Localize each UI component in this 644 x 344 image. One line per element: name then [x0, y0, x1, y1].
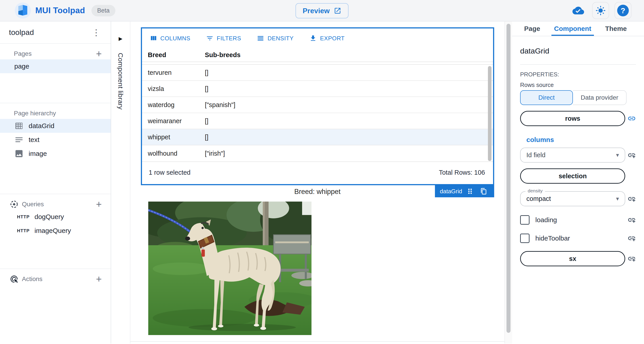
add-binding-link-icon[interactable]: [628, 254, 636, 263]
total-rows-count: Total Rows: 106: [439, 169, 485, 176]
sx-property-button[interactable]: sx: [520, 251, 625, 266]
chevron-down-icon: ▾: [616, 195, 619, 202]
add-binding-link-icon[interactable]: [628, 195, 636, 203]
datagrid-footer: 1 row selected Total Rows: 106: [142, 161, 493, 183]
rows-source-toggle: Direct Data provider: [520, 90, 626, 105]
datagrid-toolbar: COLUMNS FILTERS DENSITY: [142, 29, 493, 48]
help-button[interactable]: ?: [614, 2, 632, 19]
hidetoolbar-checkbox[interactable]: [520, 234, 530, 243]
table-row-selected[interactable]: whippet []: [142, 129, 493, 145]
project-name: toolpad: [9, 28, 34, 37]
filter-icon: [206, 35, 214, 42]
tab-page[interactable]: Page: [524, 22, 540, 36]
project-menu-button[interactable]: ⋮: [90, 27, 103, 38]
add-binding-link-icon[interactable]: [628, 234, 636, 243]
light-mode-icon: [596, 5, 606, 16]
queries-section-label: Queries: [22, 201, 44, 208]
canvas-bottom-divider: [130, 341, 504, 342]
canvas-scrollbar-thumb[interactable]: [506, 24, 510, 333]
cloud-done-icon: [570, 2, 587, 19]
table-row[interactable]: wolfhound ["irish"]: [142, 145, 493, 161]
loading-property-row: loading: [520, 215, 636, 225]
divider: [520, 64, 636, 65]
query-item-imagequery[interactable]: HTTP imageQuery: [0, 224, 111, 238]
datagrid-scrollbar[interactable]: [488, 66, 492, 161]
rows-source-label: Rows source: [520, 82, 636, 88]
hidetoolbar-label: hideToolbar: [535, 235, 570, 242]
component-library-label: Component library: [117, 53, 124, 110]
open-in-new-icon: [334, 7, 341, 15]
density-icon: [257, 35, 264, 42]
text-icon: [14, 135, 24, 144]
rows-property-button[interactable]: rows: [520, 111, 625, 126]
component-library-panel[interactable]: ▶ Component library: [111, 22, 130, 343]
export-button[interactable]: EXPORT: [308, 34, 346, 42]
datagrid-header-row: Breed Sub-breeds: [142, 48, 493, 62]
tab-component[interactable]: Component: [554, 22, 592, 36]
column-header-breed[interactable]: Breed: [148, 51, 166, 58]
hierarchy-item-text[interactable]: text: [0, 133, 111, 147]
topbar-actions: ?: [570, 2, 632, 19]
image-icon: [14, 149, 24, 158]
app-title: MUI Toolpad: [35, 6, 85, 15]
query-item-dogquery[interactable]: HTTP dogQuery: [0, 210, 111, 224]
expand-library-icon[interactable]: ▶: [119, 36, 122, 42]
mui-logo-icon: [15, 3, 31, 19]
explorer-sidebar: toolpad ⋮ Pages + page Page hierarchy da: [0, 22, 111, 343]
beta-badge: Beta: [92, 5, 116, 16]
filters-button[interactable]: FILTERS: [204, 34, 242, 42]
preview-button[interactable]: Preview: [296, 3, 348, 18]
hierarchy-section-label: Page hierarchy: [14, 110, 56, 117]
datagrid-component[interactable]: COLUMNS FILTERS DENSITY: [141, 27, 494, 185]
rows-source-direct-button[interactable]: Direct: [520, 90, 573, 105]
density-select[interactable]: density compact ▾: [520, 191, 625, 206]
table-row[interactable]: waterdog ["spanish"]: [142, 97, 493, 113]
density-button[interactable]: DENSITY: [255, 34, 295, 42]
theme-toggle-button[interactable]: [592, 2, 609, 19]
pages-section: Pages + page: [0, 44, 111, 103]
id-field-select[interactable]: Id field ▾: [520, 147, 625, 162]
add-binding-link-icon[interactable]: [628, 151, 636, 159]
hidetoolbar-property-row: hideToolbar: [520, 234, 636, 243]
hierarchy-item-image[interactable]: image: [0, 147, 111, 160]
table-row[interactable]: vizsla []: [142, 81, 493, 97]
page-hierarchy-section: Page hierarchy dataGrid text image: [0, 103, 111, 194]
loading-checkbox[interactable]: [520, 215, 530, 225]
inspector-tabs: Page Component Theme: [512, 22, 644, 36]
table-row[interactable]: tervuren []: [142, 65, 493, 81]
columns-button[interactable]: COLUMNS: [148, 34, 192, 42]
add-page-button[interactable]: +: [94, 49, 104, 59]
project-header: toolpad ⋮: [0, 22, 111, 44]
image-component-dog-photo[interactable]: [148, 202, 312, 335]
binding-link-icon[interactable]: [628, 114, 636, 123]
actions-section: Actions +: [0, 269, 111, 285]
help-icon: ?: [617, 5, 629, 16]
columns-icon: [150, 35, 157, 42]
brand: MUI Toolpad Beta: [15, 3, 116, 19]
properties-label: PROPERTIES:: [520, 71, 636, 78]
sidebar-item-page[interactable]: page: [0, 59, 111, 73]
columns-editor-link[interactable]: columns: [526, 136, 636, 143]
canvas-scrollbar[interactable]: [504, 22, 512, 343]
query-icon: [10, 200, 18, 209]
hierarchy-item-datagrid[interactable]: dataGrid: [0, 119, 111, 133]
column-header-subbreeds[interactable]: Sub-breeds: [205, 51, 240, 58]
queries-section: Queries + HTTP dogQuery HTTP imageQuery: [0, 194, 111, 269]
top-app-bar: MUI Toolpad Beta Preview ?: [0, 0, 644, 22]
inspector-panel: Page Component Theme dataGrid PROPERTIES…: [512, 22, 644, 343]
loading-label: loading: [535, 216, 557, 224]
pages-section-label: Pages: [14, 50, 32, 57]
table-row[interactable]: weimaraner []: [142, 113, 493, 129]
add-action-button[interactable]: +: [94, 274, 104, 284]
chevron-down-icon: ▾: [616, 152, 619, 158]
selection-property-button[interactable]: selection: [520, 168, 625, 184]
actions-section-label: Actions: [22, 275, 42, 283]
density-field-label: density: [526, 188, 545, 194]
editor-canvas: COLUMNS FILTERS DENSITY: [130, 22, 504, 343]
rows-source-dataprovider-button[interactable]: Data provider: [573, 90, 626, 105]
tab-theme[interactable]: Theme: [605, 22, 627, 36]
add-query-button[interactable]: +: [94, 199, 104, 209]
add-binding-link-icon[interactable]: [628, 216, 636, 224]
text-component[interactable]: Breed: whippet: [130, 188, 504, 196]
http-badge: HTTP: [17, 228, 30, 233]
